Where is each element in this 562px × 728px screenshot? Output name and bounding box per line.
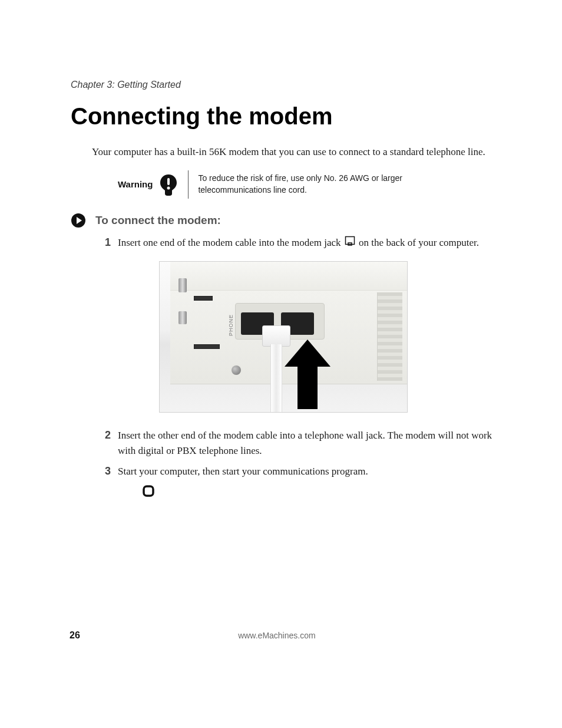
procedure-heading-row: To connect the modem: xyxy=(71,213,497,228)
chapter-header: Chapter 3: Getting Started xyxy=(71,80,497,90)
end-of-procedure-icon xyxy=(143,485,497,497)
figure-phone-label: PHONE xyxy=(228,308,235,336)
figure-screw xyxy=(178,311,187,324)
modem-connection-figure: PHONE xyxy=(159,261,408,413)
figure-slot xyxy=(194,344,220,349)
up-arrow-icon xyxy=(285,340,330,411)
play-icon xyxy=(71,213,86,228)
step-text-pre: Insert one end of the modem cable into t… xyxy=(118,237,343,248)
page-title: Connecting the modem xyxy=(71,103,497,130)
figure-cable-cord xyxy=(270,344,282,413)
svg-point-1 xyxy=(167,186,170,189)
step-number: 1 xyxy=(100,235,111,250)
step-item: 1 Insert one end of the modem cable into… xyxy=(100,235,497,251)
footer-url: www.eMachines.com xyxy=(57,631,497,640)
step-list: 1 Insert one end of the modem cable into… xyxy=(100,235,497,497)
procedure-heading: To connect the modem: xyxy=(95,214,221,227)
figure-slot xyxy=(194,296,213,301)
step-number: 3 xyxy=(100,464,111,479)
figure-screw xyxy=(178,278,187,292)
figure-wrapper: PHONE xyxy=(159,261,497,413)
step-number: 2 xyxy=(100,428,111,443)
page-footer: 26 www.eMachines.com xyxy=(70,630,497,641)
warning-callout: Warning To reduce the risk of fire, use … xyxy=(118,170,497,199)
modem-jack-icon xyxy=(345,236,355,251)
step-text: Start your computer, then start your com… xyxy=(118,464,368,479)
warning-icon xyxy=(158,173,178,196)
step-text: Insert the other end of the modem cable … xyxy=(118,428,495,458)
step-item: 3 Start your computer, then start your c… xyxy=(100,464,497,479)
figure-top-panel xyxy=(170,262,407,291)
manual-page: Chapter 3: Getting Started Connecting th… xyxy=(0,0,562,728)
step-text-post: on the back of your computer. xyxy=(359,237,479,248)
svg-rect-0 xyxy=(167,178,170,185)
warning-text: To reduce the risk of fire, use only No.… xyxy=(198,173,416,196)
intro-paragraph: Your computer has a built-in 56K modem t… xyxy=(92,145,497,160)
svg-rect-5 xyxy=(144,486,153,496)
figure-vent xyxy=(377,292,402,381)
warning-label: Warning xyxy=(118,179,153,189)
warning-divider xyxy=(188,170,189,199)
step-text: Insert one end of the modem cable into t… xyxy=(118,235,479,251)
step-item: 2 Insert the other end of the modem cabl… xyxy=(100,428,497,458)
